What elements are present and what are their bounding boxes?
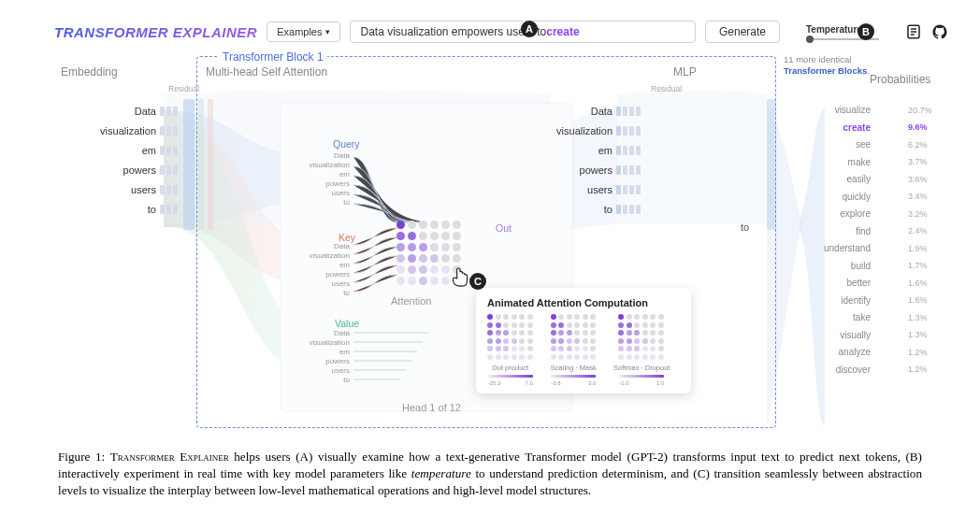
residual-label-right: Residual xyxy=(651,84,682,93)
marker-a: A xyxy=(521,21,538,37)
popup-step: Dot product-25.37.6 xyxy=(487,314,534,386)
probability-row[interactable]: build1.7% xyxy=(819,259,932,273)
attention-cell[interactable] xyxy=(453,232,461,240)
probability-row[interactable]: understand1.9% xyxy=(819,241,932,255)
attention-cell[interactable] xyxy=(396,221,405,229)
mini-token: em xyxy=(303,261,350,270)
attention-cell[interactable] xyxy=(408,243,416,251)
transformer-blocks-link[interactable]: Transformer Blocks xyxy=(784,65,867,76)
github-icon[interactable] xyxy=(931,23,948,40)
attention-cell[interactable] xyxy=(419,221,427,229)
attention-popup: Animated Attention Computation Dot produ… xyxy=(476,288,691,393)
attention-cell[interactable] xyxy=(419,265,427,274)
probability-row[interactable]: discover1.2% xyxy=(819,363,932,377)
probability-row[interactable]: better1.6% xyxy=(819,276,932,290)
attention-cell[interactable] xyxy=(396,277,405,285)
figure-screenshot: Transformer Explainer Examples ▾ Data vi… xyxy=(0,0,980,436)
input-token[interactable]: Data xyxy=(56,105,178,118)
examples-dropdown[interactable]: Examples ▾ xyxy=(267,21,340,42)
attention-cell[interactable] xyxy=(441,265,450,274)
attention-cell[interactable] xyxy=(441,277,450,285)
probability-row[interactable]: quickly3.4% xyxy=(819,190,932,204)
input-token[interactable]: visualization xyxy=(56,124,178,137)
mlp-token[interactable]: visualization xyxy=(533,124,641,137)
mini-token: em xyxy=(303,170,350,179)
attention-cell[interactable] xyxy=(430,243,439,251)
attention-cell[interactable] xyxy=(408,232,416,240)
out-label: Out xyxy=(496,222,512,234)
input-token[interactable]: users xyxy=(56,183,178,196)
probability-row[interactable]: make3.7% xyxy=(819,155,932,169)
attention-cell[interactable] xyxy=(408,221,416,229)
examples-label: Examples xyxy=(277,26,322,37)
popup-step: Softmax · Dropout-1.01.0 xyxy=(613,314,670,386)
attention-cell[interactable] xyxy=(453,221,461,229)
generate-button[interactable]: Generate xyxy=(705,21,780,43)
probability-row[interactable]: visually1.3% xyxy=(819,328,932,342)
probability-row[interactable]: create9.6% xyxy=(819,121,932,135)
probability-row[interactable]: explore3.2% xyxy=(819,207,932,221)
popup-steps: Dot product-25.37.6Scaling · Mask-3.83.0… xyxy=(487,314,680,386)
mini-token: powers xyxy=(303,179,350,189)
mlp-token[interactable]: to xyxy=(533,203,641,216)
probability-row[interactable]: analyze1.2% xyxy=(819,345,932,359)
attention-cell[interactable] xyxy=(453,254,461,263)
attention-cell[interactable] xyxy=(441,243,450,251)
input-token[interactable]: powers xyxy=(56,164,178,177)
mlp-token[interactable]: em xyxy=(533,144,641,157)
attention-cell[interactable] xyxy=(408,254,416,263)
query-label: Query xyxy=(333,138,360,150)
mlp-token[interactable]: powers xyxy=(533,164,641,177)
mini-token: powers xyxy=(303,357,350,366)
attention-label: Attention xyxy=(391,295,431,307)
attention-cell[interactable] xyxy=(419,232,427,240)
attention-cell[interactable] xyxy=(430,232,439,240)
probabilities-label: Probabilities xyxy=(870,73,930,86)
mlp-token[interactable]: users xyxy=(533,183,641,196)
input-token[interactable]: em xyxy=(56,144,178,157)
mini-token: Data xyxy=(303,242,350,251)
head-indicator: Head 1 of 12 xyxy=(402,402,461,413)
attention-cell[interactable] xyxy=(419,243,427,251)
attention-cell[interactable] xyxy=(453,243,461,251)
prompt-text: Data visualization empowers users to xyxy=(360,25,546,38)
attention-cell[interactable] xyxy=(396,232,405,240)
attention-cell[interactable] xyxy=(441,232,450,240)
attention-cell[interactable] xyxy=(430,265,439,274)
attention-cell[interactable] xyxy=(430,277,439,285)
attention-cell[interactable] xyxy=(396,254,405,263)
attention-cell[interactable] xyxy=(408,277,416,285)
attention-cell[interactable] xyxy=(430,221,439,229)
app-logo: Transformer Explainer xyxy=(54,24,257,40)
attention-cell[interactable] xyxy=(396,243,405,251)
attention-cell[interactable] xyxy=(441,221,450,229)
probability-list: visualize20.7%create9.6%see6.2%make3.7%e… xyxy=(819,103,932,377)
probability-row[interactable]: see6.2% xyxy=(819,137,932,151)
mini-token: to xyxy=(303,198,350,207)
value-tokens: Datavisualizationempowersusersto xyxy=(303,329,350,385)
attention-cell[interactable] xyxy=(396,265,405,274)
mlp-token[interactable]: Data xyxy=(533,105,641,118)
article-icon[interactable] xyxy=(905,23,922,40)
attention-section-label: Multi-head Self Attention xyxy=(206,65,327,79)
attention-cell[interactable] xyxy=(408,265,416,274)
to-label: to xyxy=(741,222,749,233)
mini-token: to xyxy=(303,376,350,385)
probability-row[interactable]: easily3.6% xyxy=(819,172,932,186)
probability-row[interactable]: visualize20.7% xyxy=(819,103,932,117)
svg-rect-0 xyxy=(183,99,195,230)
topbar: Transformer Explainer Examples ▾ Data vi… xyxy=(54,19,948,45)
attention-cell[interactable] xyxy=(430,254,439,263)
mini-token: users xyxy=(303,279,350,289)
mini-token: visualization xyxy=(303,251,350,261)
input-token[interactable]: to xyxy=(56,203,178,216)
probability-row[interactable]: find2.4% xyxy=(819,224,932,238)
key-tokens: Datavisualizationempowersusersto xyxy=(303,242,350,298)
mini-token: visualization xyxy=(303,161,350,170)
probability-row[interactable]: take1.3% xyxy=(819,310,932,324)
prompt-highlight: create xyxy=(546,25,579,38)
probability-row[interactable]: identify1.6% xyxy=(819,293,932,307)
attention-cell[interactable] xyxy=(419,277,427,285)
attention-cell[interactable] xyxy=(441,254,450,263)
attention-cell[interactable] xyxy=(419,254,427,263)
